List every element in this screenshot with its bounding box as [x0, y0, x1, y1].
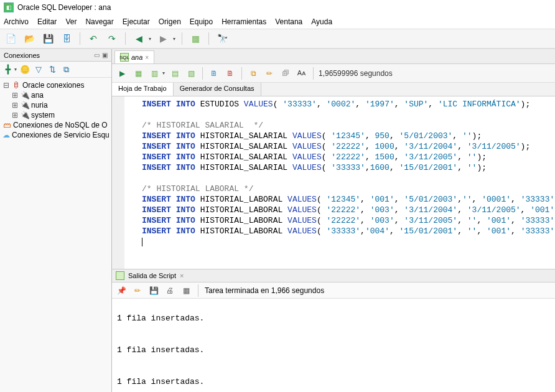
database-icon: 🛢 — [12, 81, 21, 90]
tree-cloud[interactable]: ☁ Conexiones de Servicio Esqu — [1, 130, 110, 140]
worksheet-subtabs: Hoja de Trabajo Generador de Consultas — [112, 83, 555, 96]
subtab-querybuilder[interactable]: Generador de Consultas — [174, 83, 261, 96]
output-title: Salida de Script — [128, 272, 176, 279]
main-area: SQL ana × ▶ ▦ ▥▾ ▤ ▧ 🗎 🗎 ⧉ ✏ 🗊 Aᴀ 1,9659… — [112, 49, 555, 392]
sql-history-button[interactable]: 🗊 — [279, 67, 292, 80]
run-statement-button[interactable]: ▶ — [116, 67, 128, 80]
panel-header: Conexiones ▭ ▣ — [0, 49, 111, 62]
panel-title: Conexiones — [4, 52, 40, 59]
execution-time: 1,96599996 segundos — [319, 69, 393, 78]
menu-origen[interactable]: Origen — [159, 17, 181, 26]
tree-item-label: nuria — [31, 101, 48, 110]
filter-icon[interactable]: ▽ — [33, 64, 44, 75]
menu-herramientas[interactable]: Herramientas — [222, 17, 266, 26]
tree-root[interactable]: ⊟ 🛢 Oracle conexiones — [1, 80, 110, 90]
tree-item-label: ana — [31, 91, 44, 100]
nav-forward-button[interactable]: ▶ — [156, 32, 170, 45]
connections-panel: Conexiones ▭ ▣ ╋▾ 🪙 ▽ ⇅ ⧉ ⊟ 🛢 Oracle con… — [0, 49, 112, 392]
tree-connection-nuria[interactable]: ⊞ 🔌 nuria — [1, 100, 110, 110]
menu-equipo[interactable]: Equipo — [190, 17, 213, 26]
sql-tuning-button[interactable]: ▧ — [185, 67, 197, 80]
menubar: Archivo Editar Ver Navegar Ejecutar Orig… — [0, 15, 555, 29]
connections-toolbar: ╋▾ 🪙 ▽ ⇅ ⧉ — [0, 62, 111, 78]
connection-icon: 🔌 — [21, 111, 29, 119]
collapse-icon[interactable]: ⧉ — [60, 64, 72, 75]
uppercase-button[interactable]: Aᴀ — [296, 67, 308, 80]
sort-icon[interactable]: ⇅ — [47, 64, 58, 75]
run-script-button[interactable]: ▦ — [132, 67, 144, 80]
unshared-sql-button[interactable]: ⧉ — [247, 67, 259, 80]
document-tabs: SQL ana × — [112, 49, 555, 64]
restore-icon[interactable]: ▣ — [102, 52, 108, 58]
tree-item-label: Conexiones de Servicio Esqu — [12, 131, 110, 139]
menu-navegar[interactable]: Navegar — [85, 17, 113, 26]
new-file-button[interactable]: 📄 — [4, 32, 17, 45]
output-area[interactable]: 1 fila insertadas. 1 fila insertadas. 1 … — [112, 299, 555, 392]
script-output-icon — [116, 271, 124, 280]
tree-item-label: Conexiones de NoSQL de O — [13, 121, 108, 129]
menu-ejecutar[interactable]: Ejecutar — [123, 17, 150, 26]
explain-plan-button[interactable]: ▥ — [148, 67, 161, 80]
twisty-expand-icon[interactable]: ⊞ — [11, 111, 19, 119]
tree-connection-ana[interactable]: ⊞ 🔌 ana — [1, 90, 110, 100]
connection-icon: 🔌 — [21, 91, 29, 100]
add-connection-button[interactable]: ╋ — [2, 64, 14, 75]
app-icon: ◧ — [4, 2, 14, 12]
menu-ventana[interactable]: Ventana — [275, 17, 302, 26]
twisty-collapse-icon[interactable]: ⊟ — [2, 81, 10, 90]
redo-button[interactable]: ↷ — [105, 32, 119, 45]
tree-root-label: Oracle conexiones — [22, 81, 84, 90]
twisty-expand-icon[interactable]: ⊞ — [11, 91, 19, 100]
close-icon[interactable]: × — [145, 54, 149, 61]
clear-button[interactable]: ✏ — [263, 67, 276, 80]
nav-back-button[interactable]: ◀ — [132, 32, 146, 45]
window-title: Oracle SQL Developer : ana — [17, 3, 111, 12]
tree-nosql[interactable]: 🗃 Conexiones de NoSQL de O — [1, 120, 110, 130]
twisty-expand-icon[interactable]: ⊞ — [11, 101, 19, 110]
titlebar: ◧ Oracle SQL Developer : ana — [0, 0, 555, 15]
main-toolbar: 📄 📂 💾 🗄 ↶ ↷ ◀▾ ▶▾ ▦ 🔭 — [0, 29, 555, 49]
save-all-button[interactable]: 🗄 — [60, 32, 73, 45]
output-tab-header: Salida de Script × — [112, 269, 555, 282]
close-icon[interactable]: × — [180, 272, 184, 279]
undo-button[interactable]: ↶ — [86, 32, 100, 45]
output-status: Tarea terminada en 1,966 segundos — [205, 286, 324, 295]
chevron-down-icon[interactable]: ▾ — [14, 67, 17, 72]
menu-ayuda[interactable]: Ayuda — [311, 17, 332, 26]
minimize-icon[interactable]: ▭ — [94, 52, 100, 58]
chevron-down-icon[interactable]: ▾ — [173, 36, 175, 42]
editor-toolbar: ▶ ▦ ▥▾ ▤ ▧ 🗎 🗎 ⧉ ✏ 🗊 Aᴀ 1,96599996 segun… — [112, 64, 555, 83]
sql-worksheet-icon: SQL — [120, 53, 129, 62]
clear-output-icon[interactable]: ✏ — [132, 285, 143, 296]
tab-label: ana — [131, 54, 142, 61]
menu-editar[interactable]: Editar — [37, 17, 57, 26]
chevron-down-icon[interactable]: ▾ — [162, 70, 165, 76]
sql-button[interactable]: ▦ — [189, 32, 202, 45]
menu-archivo[interactable]: Archivo — [4, 17, 29, 26]
refresh-icon[interactable]: 🪙 — [19, 64, 30, 75]
tab-ana[interactable]: SQL ana × — [114, 50, 154, 63]
rollback-button[interactable]: 🗎 — [224, 67, 236, 80]
wrap-icon[interactable]: ▦ — [180, 285, 192, 296]
cloud-icon: ☁ — [2, 131, 10, 139]
open-file-button[interactable]: 📂 — [22, 32, 36, 45]
connections-tree: ⊟ 🛢 Oracle conexiones ⊞ 🔌 ana ⊞ 🔌 nuria … — [0, 78, 111, 392]
tree-connection-system[interactable]: ⊞ 🔌 system — [1, 110, 110, 120]
subtab-worksheet[interactable]: Hoja de Trabajo — [112, 83, 174, 96]
pin-icon[interactable]: 📌 — [116, 285, 127, 296]
menu-ver[interactable]: Ver — [65, 17, 77, 26]
save-output-icon[interactable]: 💾 — [148, 285, 159, 296]
output-toolbar: 📌 ✏ 💾 🖨 ▦ Tarea terminada en 1,966 segun… — [112, 282, 555, 299]
sql-editor[interactable]: INSERT INTO ESTUDIOS VALUES( '33333', '0… — [112, 96, 555, 269]
tree-item-label: system — [31, 111, 55, 119]
commit-button[interactable]: 🗎 — [208, 67, 220, 80]
binoculars-icon[interactable]: 🔭 — [215, 32, 229, 45]
save-button[interactable]: 💾 — [41, 32, 55, 45]
nosql-icon: 🗃 — [2, 121, 11, 129]
print-icon[interactable]: 🖨 — [164, 285, 175, 296]
chevron-down-icon[interactable]: ▾ — [149, 36, 151, 42]
connection-icon: 🔌 — [21, 101, 29, 110]
autotrace-button[interactable]: ▤ — [169, 67, 181, 80]
